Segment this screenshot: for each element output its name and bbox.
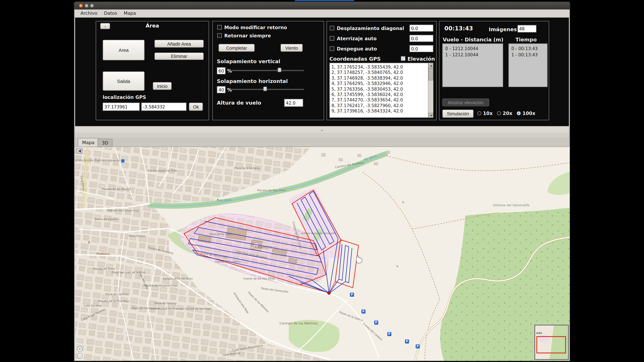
- gps-coordinate-row[interactable]: 6, 37.1745599, -3.5836024, 42.0: [332, 92, 426, 97]
- latitude-input[interactable]: [103, 103, 140, 111]
- time-list[interactable]: 0 - 00:13:431 - 00:13:43: [508, 43, 548, 87]
- window-minimize-button[interactable]: [84, 4, 88, 8]
- speed-radio-10x[interactable]: 10x: [477, 110, 493, 116]
- vertical-overlap-unit: %: [227, 68, 232, 74]
- gps-coordinate-row[interactable]: 1, 37.1765234, -3.5835439, 42.0: [332, 64, 426, 70]
- radio-dot-icon: [497, 111, 501, 115]
- add-area-button[interactable]: Añadir Area: [154, 40, 204, 48]
- horizontal-overlap-unit: %: [227, 87, 232, 93]
- start-button[interactable]: Inicio: [153, 82, 172, 90]
- horizontal-overlap-label: Solapamiento horizontal: [217, 78, 288, 84]
- area-button[interactable]: Area: [103, 40, 144, 60]
- menu-item[interactable]: Mapa: [121, 10, 138, 17]
- tab-mapa[interactable]: Mapa: [78, 138, 99, 146]
- window-close-button[interactable]: [79, 4, 83, 8]
- time-header: Tiempo: [515, 36, 537, 43]
- modify-return-label: Modo modificar retorno: [224, 25, 287, 30]
- scrollbar-thumb[interactable]: [428, 68, 433, 80]
- window-maximize-button[interactable]: [90, 4, 94, 8]
- gps-coordinates-label: Coordenadas GPS: [330, 56, 381, 62]
- auto-takeoff-input[interactable]: [410, 45, 433, 52]
- coordinates-scrollbar[interactable]: [428, 63, 433, 118]
- speed-radio-20x[interactable]: 20x: [497, 110, 512, 116]
- simulation-button[interactable]: Simulación: [442, 110, 474, 118]
- time-row: 1 - 00:13:43: [511, 52, 544, 58]
- speed-radio-100x[interactable]: 100x: [517, 110, 535, 116]
- left-arrow-icon: [78, 149, 81, 152]
- radio-dot-icon: [517, 111, 521, 115]
- elevation-checkbox[interactable]: [401, 56, 405, 61]
- slider-thumb[interactable]: [278, 68, 282, 72]
- auto-landing-checkbox[interactable]: [330, 36, 334, 41]
- area-group: - Área Area Añadir Area Eliminar Salida …: [96, 21, 209, 120]
- panel-collapse-strip[interactable]: ^: [75, 126, 569, 133]
- minimap-canvas: [535, 326, 568, 359]
- time-row: 0 - 00:13:43: [511, 45, 544, 52]
- scrollbar-up-icon[interactable]: [428, 63, 433, 68]
- always-return-label: Retornar siempre: [224, 33, 271, 38]
- viewpoint-icon: ✳: [396, 264, 399, 269]
- show-elevation-button[interactable]: Mostrar elevación: [442, 98, 489, 106]
- flight-height-input[interactable]: [284, 99, 303, 107]
- app-window: ArchivoDatosMapa - Área Area Añadir Area…: [74, 2, 570, 361]
- horizontal-overlap-slider[interactable]: [232, 87, 304, 91]
- exit-button[interactable]: Salida: [103, 71, 144, 91]
- gps-coordinate-row[interactable]: 7, 37.1744270, -3.5833654, 42.0: [332, 97, 426, 103]
- map-canvas[interactable]: ✝ ✝ ✳ ✳: [75, 147, 570, 361]
- flight-time-value: 00:13:43: [444, 25, 473, 31]
- church-icon: ✝: [216, 198, 219, 202]
- auto-takeoff-checkbox[interactable]: [330, 46, 334, 51]
- distance-list[interactable]: 0 - 1212.100441 - 1212.10044: [442, 43, 503, 87]
- wind-button[interactable]: Viento: [280, 44, 303, 52]
- zoom-out-button[interactable]: −: [77, 353, 82, 358]
- tab-3d[interactable]: 3D: [97, 139, 113, 147]
- scrollbar-down-icon[interactable]: [428, 113, 433, 118]
- route-settings-group: Modo modificar retorno Retornar siempre …: [212, 21, 324, 120]
- vertical-overlap-input[interactable]: [217, 67, 226, 74]
- diagonal-offset-checkbox[interactable]: [330, 26, 334, 30]
- viewpoint-icon: ✳: [402, 200, 405, 204]
- delete-area-button[interactable]: Eliminar: [154, 52, 204, 60]
- control-panel: - Área Area Añadir Area Eliminar Salida …: [75, 17, 569, 126]
- slider-thumb[interactable]: [263, 87, 267, 91]
- images-label: Imágenes: [489, 26, 517, 32]
- desktop: ArchivoDatosMapa - Área Area Añadir Area…: [0, 0, 644, 362]
- diagonal-offset-input[interactable]: [410, 25, 433, 32]
- menu-item[interactable]: Datos: [102, 10, 120, 17]
- auto-landing-input[interactable]: [410, 35, 433, 42]
- ok-button[interactable]: Ok: [189, 103, 203, 111]
- window-titlebar[interactable]: [74, 2, 570, 9]
- complete-button[interactable]: Completar: [218, 44, 255, 52]
- flight-height-label: Altura de vuelo: [217, 100, 261, 106]
- group-title-area: Área: [96, 23, 209, 29]
- gps-coordinate-row[interactable]: 3, 37.1746928, -3.5838394, 42.0: [332, 75, 426, 81]
- always-return-checkbox[interactable]: [217, 33, 222, 38]
- distance-row: 0 - 1212.10044: [445, 45, 500, 52]
- auto-takeoff-label: Despegue auto: [337, 46, 377, 52]
- speed-radio-label: 100x: [522, 110, 535, 116]
- slider-track: [232, 89, 304, 90]
- longitude-input[interactable]: [141, 103, 186, 111]
- zoom-in-button[interactable]: +: [77, 347, 82, 352]
- horizontal-overlap-input[interactable]: [217, 86, 226, 93]
- gps-coordinate-row[interactable]: 4, 37.1764295, -3.5832946, 42.0: [332, 81, 426, 86]
- images-count-input[interactable]: [518, 25, 536, 32]
- modify-return-checkbox[interactable]: [217, 25, 222, 29]
- church-icon: ✝: [88, 241, 90, 245]
- gps-coordinates-list[interactable]: 1, 37.1765234, -3.5835439, 42.02, 37.174…: [330, 63, 433, 118]
- vertical-overlap-slider[interactable]: [232, 68, 304, 72]
- background-window-sliver: [295, 0, 354, 1]
- gps-coordinate-row[interactable]: 8, 37.1762417, -3.5827960, 42.0: [332, 103, 426, 108]
- map-view[interactable]: ✝ ✝ ✳ ✳: [75, 147, 570, 361]
- gps-location-label: localización GPS: [103, 94, 146, 100]
- gps-coordinate-row[interactable]: 5, 37.1763356, -3.5830453, 42.0: [332, 86, 426, 92]
- launch-point-marker[interactable]: [328, 292, 330, 295]
- map-panel-toggle-button[interactable]: [76, 148, 83, 153]
- gps-coordinate-row[interactable]: 2, 37.1748257, -3.5840765, 42.0: [332, 70, 426, 75]
- overview-minimap[interactable]: ada: [534, 325, 569, 360]
- flight-stats-group: 00:13:43 Imágenes Vuelo - Distancia (m) …: [439, 21, 549, 120]
- vertical-overlap-label: Solapamiento vertical: [217, 58, 280, 64]
- gps-coordinate-row[interactable]: 9, 37.1739616, -3.5843324, 42.0: [332, 108, 426, 114]
- speed-radio-label: 10x: [483, 110, 492, 116]
- menu-item[interactable]: Archivo: [78, 10, 100, 17]
